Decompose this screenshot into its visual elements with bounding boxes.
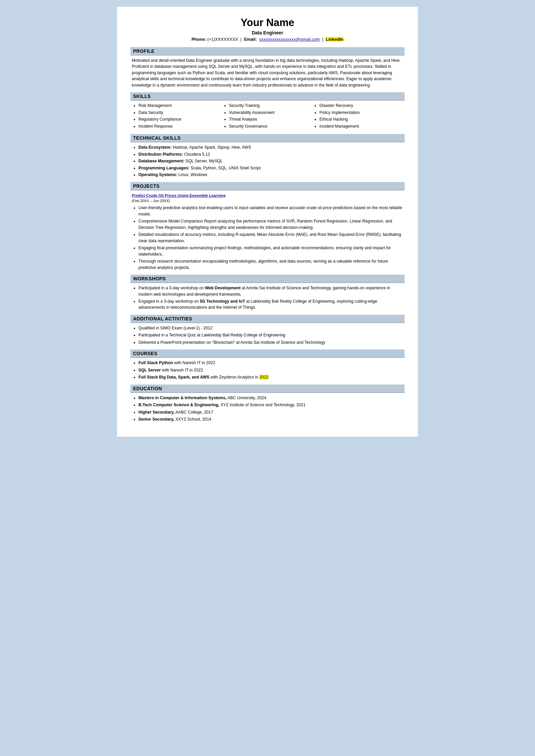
profile-heading: PROFILE [130,47,405,55]
list-item: Security Training [229,103,313,109]
list-item: Engaging final presentation summarizing … [138,245,403,257]
list-item: Data Security [138,110,222,116]
phone-value: (+1)XXXXXXXX [207,37,238,42]
skills-grid: Risk Management Data Security Regulatory… [130,103,405,130]
list-item: Operating Systems: Linux, Windows [138,172,403,178]
education-section: EDUCATION Masters in Computer & Informat… [130,385,405,423]
profile-text: Motivated and detail-oriented Data Engin… [130,57,405,88]
technical-skills-content: Data Ecosystem: Hadoop, Apache Spark, Sq… [130,144,405,178]
education-content: Masters in Computer & Information System… [130,395,405,423]
list-item: Delivered a PowerPoint presentation on "… [138,339,403,345]
resume-header: Your Name Data Engineer Phone: (+1)XXXXX… [130,17,405,42]
list-item: SQL Server with Naresh IT in 2022 [138,367,403,373]
phone-label: Phone: [192,37,206,42]
skills-heading: SKILLS [130,92,405,101]
list-item: Policy Implementation [319,110,403,116]
list-item: Disaster Recovery [319,103,403,109]
workshops-content: Participated in a 3-day workshop on Web … [130,285,405,311]
list-item: Full Stack Python with Naresh IT in 2022 [138,360,403,366]
list-item: User-friendly predictive analytics tool … [138,205,403,217]
list-item: Ethical Hacking [319,116,403,122]
list-item: Data Ecosystem: Hadoop, Apache Spark, Sq… [138,144,403,150]
list-item: Incident Management [319,123,403,129]
resume-container: Your Name Data Engineer Phone: (+1)XXXXX… [117,7,418,437]
list-item: Senior Secondary, XXYZ School, 2014 [138,416,403,422]
list-item: Risk Management [138,103,222,109]
project-title: Predict Crude Oil Prices Using Ensemble … [132,192,403,198]
project-date: (Feb 20XX – Jun 20XX) [132,198,403,203]
contact-line: Phone: (+1)XXXXXXXX | Email: sxxxxxxxxxx… [130,37,405,42]
additional-activities-content: Qualified in SIMO Exam (Level-1) - 2012 … [130,325,405,345]
additional-activities-heading: ADDITIONAL ACTIVITIES [130,315,405,323]
skills-col-1: Risk Management Data Security Regulatory… [132,103,222,130]
courses-section: COURSES Full Stack Python with Naresh IT… [130,349,405,380]
list-item: Detailed visualizations of accuracy metr… [138,232,403,244]
skills-section: SKILLS Risk Management Data Security Reg… [130,92,405,130]
list-item: Database Management: SQL Server, MySQL [138,158,403,164]
education-heading: EDUCATION [130,385,405,393]
courses-content: Full Stack Python with Naresh IT in 2022… [130,360,405,380]
list-item: Distribution Platforms: Cloudera 5.12 [138,151,403,157]
profile-section: PROFILE Motivated and detail-oriented Da… [130,47,405,88]
projects-content: Predict Crude Oil Prices Using Ensemble … [130,192,405,271]
skills-col-2: Security Training Vulnerability Assessme… [222,103,313,130]
projects-heading: PROJECTS [130,182,405,190]
list-item: Engaged in a 3-day workshop on 5G Techno… [138,298,403,311]
skills-list-1: Risk Management Data Security Regulatory… [132,103,222,129]
list-item: Full Stack Big Data, Spark, and AWS with… [138,374,403,380]
candidate-title: Data Engineer [130,30,405,35]
project-bullets: User-friendly predictive analytics tool … [132,205,403,271]
list-item: Regulatory Compliance [138,116,222,122]
list-item: Participated in a Technical Quiz at Lakk… [138,332,403,338]
list-item: Security Governance [229,123,313,129]
skills-list-2: Security Training Vulnerability Assessme… [222,103,313,129]
additional-activities-section: ADDITIONAL ACTIVITIES Qualified in SIMO … [130,315,405,345]
courses-heading: COURSES [130,349,405,358]
projects-section: PROJECTS Predict Crude Oil Prices Using … [130,182,405,271]
list-item: Qualified in SIMO Exam (Level-1) - 2012 [138,325,403,331]
list-item: Higher Secondary, AABC College, 2017 [138,409,403,415]
workshops-heading: WORKSHOPS [130,275,405,283]
technical-skills-section: TECHNICAL SKILLS Data Ecosystem: Hadoop,… [130,134,405,178]
candidate-name: Your Name [130,17,405,29]
list-item: Participated in a 3-day workshop on Web … [138,285,403,297]
linkedin-link[interactable]: LinkedIn [326,37,343,42]
list-item: Programming Languages: Scala, Python, SQ… [138,165,403,171]
list-item: Masters in Computer & Information System… [138,395,403,401]
list-item: Thorough research documentation encapsul… [138,258,403,271]
list-item: Comprehensive Model Comparison Report an… [138,218,403,231]
list-item: Vulnerability Assessment [229,110,313,116]
highlighted-year: 2022 [259,375,269,380]
technical-skills-list: Data Ecosystem: Hadoop, Apache Spark, Sq… [132,144,403,178]
email-label: Email: [244,37,257,42]
list-item: Incident Response [138,123,222,129]
email-link[interactable]: sxxxxxxxxxxxxxxxx@gmail.com [259,37,320,42]
skills-col-3: Disaster Recovery Policy Implementation … [313,103,403,130]
list-item: B.Tech Computer Science & Engineering, X… [138,402,403,408]
technical-skills-heading: TECHNICAL SKILLS [130,134,405,142]
list-item: Threat Analysis [229,116,313,122]
skills-list-3: Disaster Recovery Policy Implementation … [313,103,403,129]
workshops-section: WORKSHOPS Participated in a 3-day worksh… [130,275,405,311]
